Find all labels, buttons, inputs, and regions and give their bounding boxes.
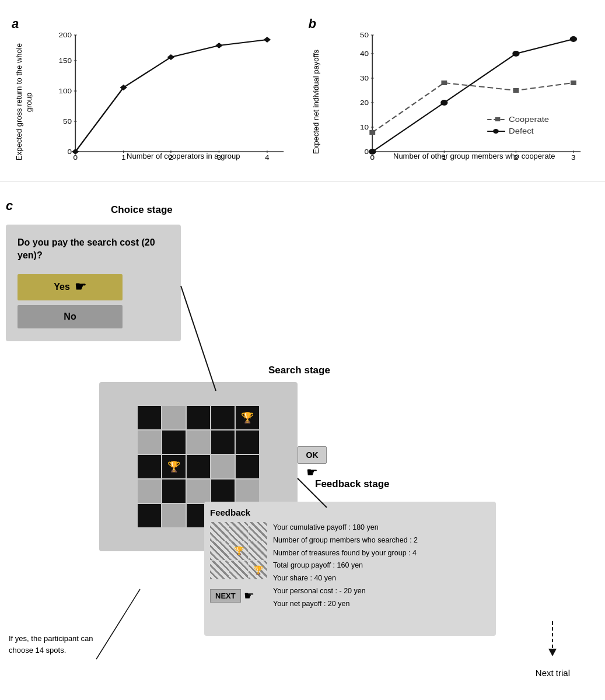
svg-rect-52 [570,80,576,85]
svg-rect-51 [513,88,519,93]
fb-cell-treasure: 🏆 [249,561,267,579]
search-stage-label: Search stage [268,365,330,376]
next-trial-area: Next trial [536,618,570,678]
grid-cell[interactable] [236,430,259,454]
section-divider [0,181,605,181]
svg-marker-26 [264,37,271,43]
svg-point-54 [440,100,447,106]
panel-c: c Choice stage Do you pay the search cos… [0,192,605,700]
grid-cell[interactable] [138,480,161,503]
svg-rect-50 [441,80,447,85]
svg-text:10: 10 [360,124,369,131]
if-yes-text: If yes, the participant can choose 14 sp… [9,633,96,656]
svg-text:150: 150 [58,57,72,64]
svg-marker-64 [548,649,557,656]
charts-row: a Expected gross return to the whole gro… [0,0,605,187]
svg-rect-58 [495,117,500,121]
grid-cell[interactable] [211,480,235,503]
svg-text:0: 0 [73,154,78,161]
grid-cell[interactable] [236,455,259,478]
fb-cell [210,541,229,560]
fb-cell [249,541,267,560]
grid-cell[interactable] [187,455,210,478]
grid-cell[interactable] [162,406,186,429]
fb-cell [249,522,267,541]
grid-cell[interactable] [211,455,235,478]
fb-cell [229,561,248,579]
svg-marker-25 [215,43,222,48]
grid-cell[interactable] [187,430,210,454]
feedback-line-4: Total group payoff : 160 yen [273,560,418,571]
chart-a-svg: 0 50 100 150 200 0 1 2 3 4 [47,29,291,163]
svg-rect-49 [369,130,375,135]
svg-point-56 [569,36,576,42]
svg-text:30: 30 [360,75,369,82]
no-button[interactable]: No [18,305,123,328]
svg-text:50: 50 [360,32,369,38]
svg-text:Defect: Defect [509,127,534,135]
chart-a-container: a Expected gross return to the whole gro… [6,12,303,187]
svg-text:100: 100 [58,88,72,94]
ok-button[interactable]: OK [298,446,327,464]
chart-b-letter: b [309,16,316,32]
grid-cell[interactable] [138,504,161,527]
grid-cell[interactable] [211,430,235,454]
svg-line-65 [181,286,216,391]
feedback-line-2: Number of group members who searched : 2 [273,535,418,546]
feedback-content: 🏆 🏆 NEXT ☛ Your cumulative payoff : 180 … [210,522,490,609]
next-trial-arrow [544,618,561,665]
grid-cell-treasure[interactable]: 🏆 [162,455,186,478]
feedback-line-1: Your cumulative payoff : 180 yen [273,522,418,533]
svg-point-61 [493,129,499,134]
svg-text:200: 200 [58,32,72,38]
choice-stage-label: Choice stage [111,204,173,216]
feedback-line-3: Number of treasures found by your group … [273,548,418,559]
grid-cell-treasure[interactable]: 🏆 [236,406,259,429]
fb-cell [210,561,229,579]
grid-cell[interactable] [138,455,161,478]
chart-b-x-label: Number of other group members who cooper… [367,152,582,160]
grid-cell[interactable] [187,406,210,429]
fb-cell-treasure: 🏆 [229,541,248,560]
grid-cell[interactable] [162,480,186,503]
svg-text:20: 20 [360,99,369,106]
feedback-text-lines: Your cumulative payoff : 180 yen Number … [273,522,418,609]
choice-box: Do you pay the search cost (20 yen)? Yes… [6,225,181,341]
panel-c-letter: c [6,198,13,214]
feedback-line-6: Your personal cost : - 20 yen [273,586,418,597]
grid-cell[interactable] [162,504,186,527]
no-label: No [64,312,76,322]
feedback-stage-label: Feedback stage [315,478,390,490]
yes-button[interactable]: Yes ☛ [18,274,123,300]
feedback-grid-top: 🏆 🏆 [210,522,267,579]
svg-text:50: 50 [63,118,72,125]
grid-cell[interactable] [162,430,186,454]
grid-cell[interactable] [138,406,161,429]
chart-b-container: b Expected net individual payoffs 0 10 2… [303,12,600,187]
fb-cell [210,522,229,541]
grid-cell[interactable] [211,406,235,429]
chart-b-svg: 0 10 20 30 40 50 0 1 2 3 [344,29,588,163]
ok-label: OK [306,450,319,460]
next-trial-label: Next trial [536,668,570,678]
grid-cell[interactable] [187,480,210,503]
grid-cell[interactable] [138,430,161,454]
chart-a-letter: a [12,16,19,32]
next-label: NEXT [215,592,236,600]
svg-text:0: 0 [68,148,72,155]
chart-a-y-label: Expected gross return to the whole group [15,35,50,169]
svg-text:Cooperate: Cooperate [509,116,549,123]
yes-label: Yes [54,282,70,292]
feedback-line-7: Your net payoff : 20 yen [273,598,418,610]
cursor-hand-yes: ☛ [75,279,86,295]
next-button[interactable]: NEXT [210,589,241,603]
svg-text:40: 40 [360,50,369,57]
svg-line-67 [96,589,140,659]
feedback-box: Feedback 🏆 🏆 NEXT [204,502,496,636]
chart-b-y-label: Expected net individual payoffs [312,35,347,169]
grid-cell[interactable] [236,480,259,503]
feedback-title: Feedback [210,508,490,517]
svg-point-55 [512,51,519,57]
choice-question: Do you pay the search cost (20 yen)? [18,236,169,262]
ok-btn-container: OK ☛ [298,446,327,480]
